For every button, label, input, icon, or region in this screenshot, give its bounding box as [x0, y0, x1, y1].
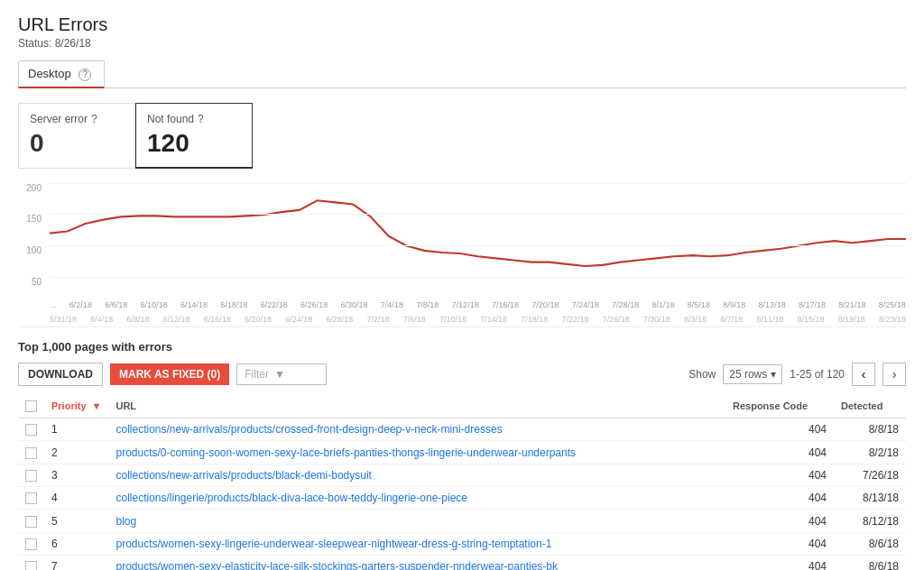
- desktop-help-icon[interactable]: ?: [79, 69, 91, 81]
- table-row: 2 products/0-coming-soon-women-sexy-lace…: [18, 441, 906, 464]
- col-header-checkbox: [18, 395, 44, 418]
- row-response-code: 404: [725, 556, 834, 570]
- row-checkbox[interactable]: [25, 470, 37, 482]
- server-error-value: 0: [30, 129, 116, 158]
- filter-label: Filter: [245, 368, 269, 381]
- row-priority: 5: [44, 510, 108, 532]
- table-row: 7 products/women-sexy-elasticity-lace-si…: [18, 556, 906, 570]
- row-url[interactable]: products/women-sexy-lingerie-underwear-s…: [108, 532, 725, 555]
- server-error-label: Server error ?: [30, 113, 116, 125]
- row-checkbox-cell: [18, 532, 44, 555]
- row-priority: 4: [44, 487, 108, 510]
- row-checkbox[interactable]: [25, 492, 37, 504]
- download-button[interactable]: Download: [18, 363, 103, 386]
- server-error-metric: Server error ? 0: [18, 103, 135, 169]
- row-checkbox-cell: [18, 487, 44, 510]
- not-found-metric[interactable]: Not found ? 120: [135, 103, 253, 169]
- priority-sort-icon: ▼: [92, 400, 102, 411]
- table-row: 1 collections/new-arrivals/products/cros…: [18, 418, 906, 441]
- row-response-code: 404: [725, 532, 834, 555]
- row-detected: 7/26/18: [834, 464, 906, 486]
- row-checkbox[interactable]: [25, 538, 37, 550]
- row-checkbox-cell: [18, 556, 44, 570]
- grid-line-150: [50, 214, 906, 215]
- status-text: Status: 8/26/18: [18, 37, 906, 50]
- row-checkbox[interactable]: [25, 447, 37, 459]
- row-detected: 8/6/18: [834, 556, 906, 570]
- row-checkbox[interactable]: [25, 424, 37, 436]
- pagination-info: Show 25 rows ▾ 1-25 of 120 ‹ ›: [688, 363, 906, 386]
- row-url[interactable]: collections/lingerie/products/black-diva…: [108, 487, 725, 510]
- row-priority: 6: [44, 532, 108, 555]
- not-found-label: Not found ?: [147, 113, 234, 125]
- filter-icon: ▼: [274, 368, 285, 381]
- tab-bar: Desktop ?: [18, 60, 906, 88]
- rows-dropdown-icon: ▾: [771, 368, 776, 381]
- row-response-code: 404: [725, 464, 834, 486]
- prev-page-button[interactable]: ‹: [852, 363, 875, 386]
- row-detected: 8/12/18: [834, 510, 906, 532]
- row-detected: 8/8/18: [834, 418, 906, 441]
- row-checkbox[interactable]: [25, 561, 37, 570]
- table-toolbar: Download Mark as Fixed (0) Filter ▼ Show…: [18, 363, 906, 386]
- page-title: URL Errors: [18, 14, 906, 35]
- col-header-url: URL: [108, 395, 725, 418]
- pagination-range: 1-25 of 120: [790, 368, 845, 381]
- col-header-detected: Detected: [834, 395, 906, 418]
- not-found-value: 120: [147, 129, 234, 158]
- row-url[interactable]: products/0-coming-soon-women-sexy-lace-b…: [108, 441, 725, 464]
- mark-fixed-button[interactable]: Mark as Fixed (0): [110, 363, 229, 385]
- select-all-checkbox[interactable]: [25, 400, 37, 412]
- table-header-row: Priority ▼ URL Response Code Detected: [18, 395, 906, 418]
- row-checkbox-cell: [18, 418, 44, 441]
- col-header-response-code: Response Code: [725, 395, 834, 418]
- row-detected: 8/2/18: [834, 441, 906, 464]
- row-response-code: 404: [725, 441, 834, 464]
- row-priority: 3: [44, 464, 108, 486]
- row-checkbox-cell: [18, 464, 44, 486]
- tab-desktop[interactable]: Desktop ?: [18, 60, 105, 88]
- metrics-row: Server error ? 0 Not found ? 120: [18, 103, 906, 169]
- chart-y-axis: 200 150 100 50: [18, 183, 45, 308]
- table-row: 4 collections/lingerie/products/black-di…: [18, 487, 906, 510]
- section-title: Top 1,000 pages with errors: [18, 340, 906, 354]
- row-url[interactable]: collections/new-arrivals/products/crosse…: [108, 418, 725, 441]
- row-response-code: 404: [725, 510, 834, 532]
- row-priority: 2: [44, 441, 108, 464]
- table-body: 1 collections/new-arrivals/products/cros…: [18, 418, 906, 570]
- chart-x-axis: ... 6/2/18 6/6/18 6/10/18 6/14/18 6/18/1…: [50, 298, 906, 326]
- row-url[interactable]: collections/new-arrivals/products/black-…: [108, 464, 725, 486]
- row-response-code: 404: [725, 487, 834, 510]
- chart-svg-area: [50, 183, 906, 308]
- not-found-help-icon[interactable]: ?: [198, 113, 204, 125]
- errors-table: Priority ▼ URL Response Code Detected 1 …: [18, 395, 906, 570]
- row-priority: 7: [44, 556, 108, 570]
- grid-line-200: [50, 183, 906, 184]
- table-row: 3 collections/new-arrivals/products/blac…: [18, 464, 906, 486]
- chart-container: 200 150 100 50 ... 6/2/18 6/6/18 6/10/18…: [18, 183, 906, 327]
- row-response-code: 404: [725, 418, 834, 441]
- row-checkbox[interactable]: [25, 516, 37, 528]
- show-label: Show: [688, 368, 716, 381]
- row-detected: 8/6/18: [834, 532, 906, 555]
- next-page-button[interactable]: ›: [882, 363, 906, 386]
- grid-line-50: [50, 277, 906, 278]
- row-url[interactable]: blog: [108, 510, 725, 532]
- filter-box[interactable]: Filter ▼: [236, 363, 327, 385]
- col-header-priority[interactable]: Priority ▼: [44, 395, 108, 418]
- rows-selector[interactable]: 25 rows ▾: [723, 364, 782, 384]
- grid-line-100: [50, 245, 906, 246]
- table-row: 5 blog 404 8/12/18: [18, 510, 906, 532]
- row-detected: 8/13/18: [834, 487, 906, 510]
- table-row: 6 products/women-sexy-lingerie-underwear…: [18, 532, 906, 555]
- row-url[interactable]: products/women-sexy-elasticity-lace-silk…: [108, 556, 725, 570]
- row-checkbox-cell: [18, 510, 44, 532]
- row-priority: 1: [44, 418, 108, 441]
- server-error-help-icon[interactable]: ?: [91, 113, 97, 125]
- row-checkbox-cell: [18, 441, 44, 464]
